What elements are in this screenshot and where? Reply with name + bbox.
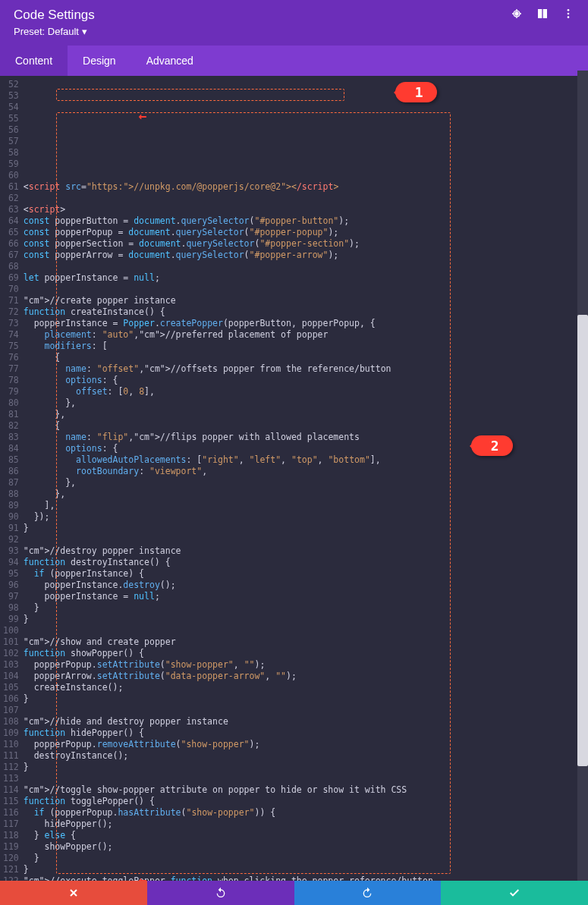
svg-point-0 <box>568 9 570 11</box>
code-editor[interactable]: 5253545556575859606162636465666768697071… <box>0 76 588 888</box>
tab-content[interactable]: Content <box>0 46 68 76</box>
close-icon <box>68 887 80 899</box>
footer-actions <box>0 881 588 905</box>
preset-dropdown[interactable]: Preset: Default ▾ <box>14 26 574 37</box>
tab-advanced[interactable]: Advanced <box>131 46 209 76</box>
tabs: Content Design Advanced <box>0 46 588 76</box>
callout-bubble-2: 2 <box>471 435 513 456</box>
redo-button[interactable] <box>294 881 442 905</box>
undo-icon <box>215 887 227 899</box>
check-icon <box>508 887 520 899</box>
panel-title: Code Settings <box>14 8 95 23</box>
close-button[interactable] <box>0 881 147 905</box>
line-gutter: 5253545556575859606162636465666768697071… <box>0 76 24 888</box>
preset-label: Preset: Default <box>14 26 79 37</box>
callout-bubble-1: 1 <box>395 82 437 102</box>
highlight-box-1 <box>56 89 344 101</box>
arrow-indicator-1: ← <box>139 110 147 121</box>
undo-button[interactable] <box>147 881 294 905</box>
target-icon[interactable] <box>511 8 523 23</box>
callout-1: 1 <box>395 82 437 102</box>
header-icons <box>511 8 574 23</box>
chevron-down-icon: ▾ <box>82 26 87 37</box>
callout-2: 2 <box>471 435 513 456</box>
more-vert-icon[interactable] <box>562 8 574 23</box>
tab-design[interactable]: Design <box>68 46 131 76</box>
redo-icon <box>361 887 373 899</box>
scrollbar-thumb[interactable] <box>577 315 588 766</box>
svg-point-1 <box>568 13 570 15</box>
columns-icon[interactable] <box>536 8 549 23</box>
save-button[interactable] <box>441 881 588 905</box>
svg-point-2 <box>568 16 570 18</box>
panel-header: Code Settings Preset: Default ▾ <box>0 0 588 46</box>
code-content[interactable]: ← ← 1 2 <script src="https:">//unpkg.com… <box>24 76 588 888</box>
